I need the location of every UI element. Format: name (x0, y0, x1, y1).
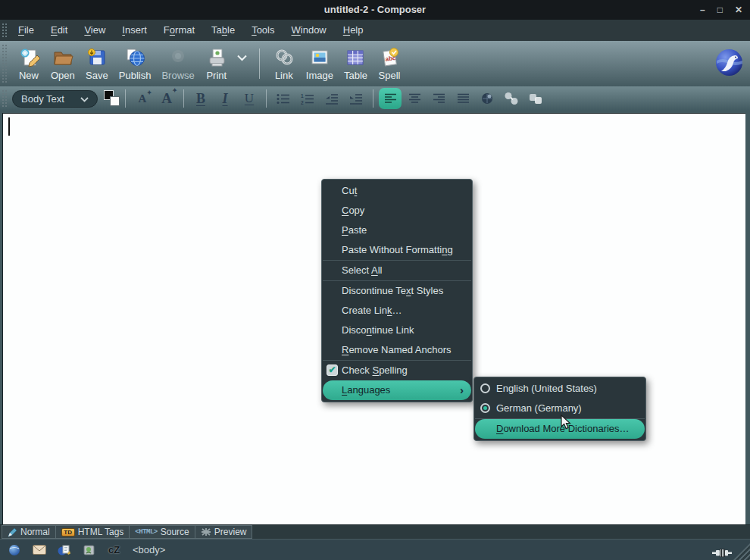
increase-font-size-button[interactable]: A✦ (155, 88, 178, 109)
background-color-swatch[interactable] (110, 96, 120, 106)
italic-button[interactable]: I (214, 88, 236, 109)
tab-label: Preview (214, 527, 247, 537)
tag-icon: TD (61, 528, 75, 537)
paragraph-style-select[interactable]: Body Text (12, 90, 98, 108)
radio-unselected-icon (480, 383, 490, 393)
tab-normal[interactable]: Normal (2, 525, 56, 539)
align-left-button[interactable] (379, 88, 402, 109)
toolbar-button-label: Image (306, 70, 333, 81)
link-icon (273, 46, 295, 69)
image-button[interactable]: Image (301, 42, 339, 85)
underline-button[interactable]: U (238, 88, 261, 109)
indent-button[interactable] (345, 88, 367, 109)
browse-button[interactable]: Browse (156, 42, 199, 85)
save-button[interactable]: Save (80, 42, 114, 85)
submenu-arrow-icon: › (460, 380, 464, 400)
minimize-button[interactable]: – (700, 5, 705, 15)
mail-icon[interactable] (27, 545, 52, 555)
navigator-icon[interactable] (2, 544, 27, 556)
text-caret (8, 117, 10, 136)
bold-button[interactable]: B (189, 88, 212, 109)
new-button[interactable]: New (12, 42, 45, 85)
tab-source[interactable]: <HTML> Source (129, 525, 195, 539)
toolbar-button-label: Spell (379, 70, 401, 81)
menu-file[interactable]: File (10, 20, 42, 41)
menu-window[interactable]: Window (283, 20, 335, 41)
composer-icon[interactable] (52, 544, 77, 555)
print-dropdown-chevron[interactable] (233, 42, 252, 85)
submenu-item-download-more-dictionaries[interactable]: Download More Dictionaries… (475, 419, 645, 439)
menu-view[interactable]: View (76, 20, 114, 41)
context-menu-item-discontinue-link[interactable]: Discontinue Link (323, 321, 471, 340)
context-menu-item-languages[interactable]: Languages › (323, 380, 471, 400)
numbered-list-button[interactable]: 1 2 (296, 88, 319, 109)
menu-format[interactable]: Format (155, 20, 203, 41)
context-menu-item-check-spelling[interactable]: ✔ Check Spelling (323, 361, 471, 380)
toolbar-separator (183, 89, 184, 108)
tab-preview[interactable]: Preview (195, 525, 253, 539)
context-menu-item-select-all[interactable]: Select All (323, 261, 471, 280)
toolbar-grip[interactable] (2, 44, 7, 83)
toolbar-button-label: Publish (119, 70, 152, 81)
align-center-button[interactable] (403, 88, 426, 109)
submenu-item-german[interactable]: German (Germany) (475, 399, 645, 418)
align-right-button[interactable] (427, 88, 450, 109)
menu-insert[interactable]: Insert (114, 20, 155, 41)
element-path[interactable]: <body> (133, 544, 165, 555)
open-button[interactable]: Open (45, 42, 80, 85)
context-menu-item-discontinue-text-styles[interactable]: Discontinue Text Styles (323, 281, 471, 301)
context-menu-item-cut[interactable]: Cut (323, 181, 471, 201)
toolbar-grip[interactable] (2, 23, 7, 38)
menu-help[interactable]: Help (335, 20, 372, 41)
online-status-icon[interactable] (712, 546, 732, 560)
toolbar-button-label: Print (206, 70, 227, 81)
link-button[interactable]: Link (267, 42, 301, 85)
paragraph-style-value: Body Text (21, 93, 64, 105)
window-title: untitled-2 - Composer (0, 0, 750, 20)
chatzilla-icon[interactable]: cZ (102, 544, 127, 555)
toolbar-separator (125, 89, 126, 108)
toolbar-button-label: Browse (161, 70, 194, 81)
tab-html-tags[interactable]: TD HTML Tags (55, 525, 130, 539)
context-menu-item-remove-named-anchors[interactable]: Remove Named Anchors (323, 340, 471, 360)
absolute-position-button[interactable] (476, 88, 498, 109)
spell-icon: abc (378, 46, 401, 69)
print-button[interactable]: Print (200, 42, 233, 85)
context-menu-item-paste[interactable]: Paste (323, 221, 471, 240)
toolbar-grip[interactable] (2, 89, 7, 108)
bring-forward-button[interactable] (524, 88, 547, 109)
spell-button[interactable]: abc Spell (373, 42, 406, 85)
tab-label: Normal (20, 527, 50, 537)
text-color-picker[interactable] (104, 90, 120, 107)
menu-edit[interactable]: Edit (42, 20, 76, 41)
address-book-icon[interactable] (77, 545, 102, 555)
decrease-font-size-button[interactable]: A✦ (131, 88, 154, 109)
outdent-button[interactable] (320, 88, 343, 109)
send-backward-button[interactable] (500, 88, 523, 109)
bullet-list-button[interactable] (272, 88, 295, 109)
table-button[interactable]: Table (339, 42, 373, 85)
menu-table[interactable]: Table (203, 20, 243, 41)
radio-selected-icon (480, 403, 490, 413)
resize-grip[interactable] (733, 543, 750, 560)
context-menu-item-copy[interactable]: Copy (323, 201, 471, 221)
preview-icon (201, 527, 211, 537)
toolbar-button-label: Save (86, 70, 108, 81)
image-icon (308, 46, 331, 69)
context-menu: Cut Copy Paste Paste Without Formatting … (321, 179, 473, 402)
browse-icon (167, 46, 189, 69)
chevron-down-icon (80, 93, 89, 105)
menu-bar: File Edit View Insert Format Table Tools… (0, 20, 750, 41)
toolbar-separator (259, 48, 260, 79)
close-button[interactable]: ✕ (735, 5, 742, 15)
submenu-item-english-us[interactable]: English (United States) (475, 379, 645, 399)
menu-tools[interactable]: Tools (243, 20, 283, 41)
save-floppy-icon (86, 46, 108, 69)
maximize-button[interactable]: □ (717, 5, 723, 15)
context-menu-item-paste-without-formatting[interactable]: Paste Without Formatting (323, 240, 471, 260)
publish-globe-icon (123, 46, 146, 69)
context-menu-item-create-link[interactable]: Create Link… (323, 301, 471, 321)
publish-button[interactable]: Publish (114, 42, 157, 85)
status-bar: cZ <body> (0, 539, 750, 560)
justify-button[interactable] (452, 88, 474, 109)
